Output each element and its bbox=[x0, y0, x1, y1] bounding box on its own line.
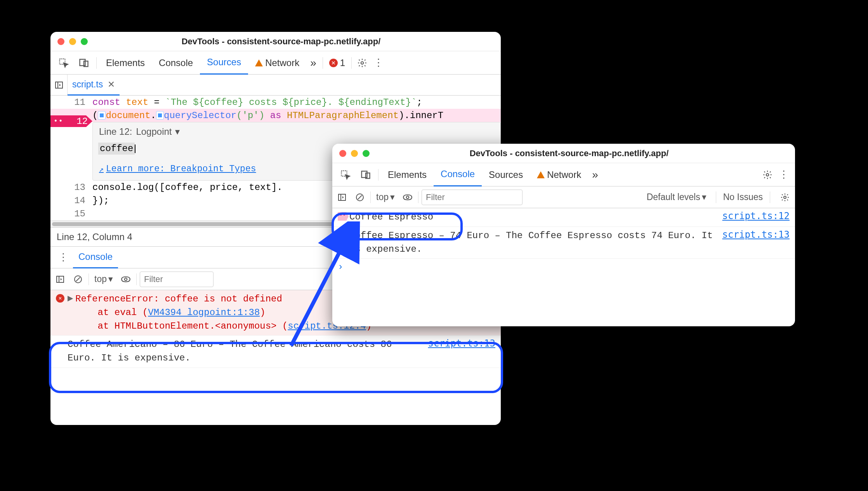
line-number[interactable]: 13 bbox=[50, 182, 92, 193]
console-log-row[interactable]: Coffee Americano – 86 Euro – The Coffee … bbox=[50, 336, 501, 368]
code-line: }); bbox=[92, 195, 109, 206]
console-prompt[interactable]: › bbox=[332, 259, 795, 275]
tab-sources[interactable]: Sources bbox=[200, 51, 248, 75]
logpoint-icon bbox=[338, 211, 349, 221]
error-icon: ✕ bbox=[56, 293, 68, 303]
device-mode-icon[interactable] bbox=[77, 56, 91, 70]
settings-icon[interactable] bbox=[759, 170, 776, 180]
tab-network[interactable]: Network bbox=[530, 163, 588, 186]
drawer-kebab-icon[interactable]: ⋮ bbox=[54, 251, 73, 263]
svg-rect-4 bbox=[56, 82, 62, 88]
chevron-down-icon: ▾ bbox=[108, 274, 113, 284]
live-expression-icon[interactable] bbox=[400, 190, 415, 205]
breakpoint-type-select[interactable]: Logpoint ▾ bbox=[136, 126, 179, 137]
cursor-position: Line 12, Column 4 bbox=[57, 232, 132, 242]
close-tab-icon[interactable]: ✕ bbox=[108, 79, 115, 90]
console-log-area: Coffee Espresso script.ts:12 Coffee Espr… bbox=[332, 208, 795, 275]
warning-icon bbox=[537, 171, 545, 178]
device-mode-icon[interactable] bbox=[359, 168, 373, 182]
levels-value: Default levels bbox=[647, 192, 700, 202]
source-link[interactable]: script.ts:12 bbox=[718, 211, 790, 221]
traffic-lights bbox=[339, 150, 370, 157]
titlebar: DevTools - consistent-source-map-pc.netl… bbox=[332, 144, 795, 163]
line-number[interactable]: 11 bbox=[50, 97, 92, 108]
tab-console[interactable]: Console bbox=[434, 163, 482, 186]
file-tab-script-ts[interactable]: script.ts ✕ bbox=[68, 75, 120, 96]
svg-point-20 bbox=[406, 196, 409, 198]
close-window-button[interactable] bbox=[57, 38, 64, 45]
issues-label[interactable]: No Issues bbox=[723, 192, 763, 202]
breakpoint-type-value: Logpoint bbox=[136, 126, 172, 137]
clear-console-icon[interactable] bbox=[71, 272, 85, 287]
code-line: (document.querySelector('p') as HTMLPara… bbox=[92, 110, 443, 121]
minimize-window-button[interactable] bbox=[69, 38, 76, 45]
clear-console-icon[interactable] bbox=[352, 190, 367, 205]
inspect-element-icon[interactable] bbox=[57, 56, 71, 70]
sidebar-toggle-icon[interactable] bbox=[335, 190, 349, 205]
log-levels-selector[interactable]: Default levels ▾ bbox=[644, 192, 709, 202]
console-settings-icon[interactable] bbox=[777, 193, 793, 202]
tabs-overflow-button[interactable]: » bbox=[306, 57, 320, 69]
sidebar-toggle-icon[interactable] bbox=[53, 272, 68, 287]
token-pill bbox=[156, 111, 164, 120]
svg-rect-16 bbox=[339, 194, 345, 200]
error-icon: ✕ bbox=[329, 59, 338, 67]
context-selector[interactable]: top ▾ bbox=[374, 192, 397, 202]
file-tab-label: script.ts bbox=[72, 79, 103, 90]
line-number[interactable]: 15 bbox=[50, 209, 92, 219]
maximize-window-button[interactable] bbox=[363, 150, 370, 157]
code-line: console.log([coffee, price, text]. bbox=[92, 182, 283, 193]
kebab-menu-icon[interactable]: ⋮ bbox=[370, 57, 387, 69]
settings-icon[interactable] bbox=[354, 58, 370, 68]
navigator-toggle-icon[interactable] bbox=[50, 75, 68, 96]
separator bbox=[323, 57, 323, 69]
token-pill bbox=[98, 111, 106, 120]
maximize-window-button[interactable] bbox=[81, 38, 88, 45]
logpoint-marker[interactable]: 12 bbox=[50, 115, 92, 127]
window-title: DevTools - consistent-source-map-pc.netl… bbox=[92, 37, 494, 47]
line-number[interactable]: 14 bbox=[50, 195, 92, 206]
tabs-overflow-button[interactable]: » bbox=[588, 169, 602, 181]
svg-point-21 bbox=[784, 196, 786, 198]
svg-line-9 bbox=[76, 277, 80, 281]
console-log-row[interactable]: Coffee Espresso – 74 Euro – The Coffee E… bbox=[332, 227, 795, 259]
chevron-down-icon: ▾ bbox=[702, 192, 707, 202]
drawer-tab-console[interactable]: Console bbox=[73, 247, 118, 268]
separator bbox=[96, 57, 97, 69]
minimize-window-button[interactable] bbox=[351, 150, 358, 157]
editor-line-label: Line 12: bbox=[99, 126, 132, 137]
tab-elements[interactable]: Elements bbox=[99, 51, 152, 75]
svg-line-22 bbox=[291, 233, 349, 346]
expand-icon[interactable]: ▶ bbox=[68, 293, 75, 304]
traffic-lights bbox=[57, 38, 88, 45]
tab-elements[interactable]: Elements bbox=[381, 163, 434, 186]
tab-network[interactable]: Network bbox=[248, 51, 306, 75]
context-value: top bbox=[376, 192, 389, 202]
source-link[interactable]: script.ts:13 bbox=[424, 338, 495, 349]
tab-sources[interactable]: Sources bbox=[482, 163, 530, 186]
titlebar: DevTools - consistent-source-map-pc.netl… bbox=[50, 32, 501, 51]
kebab-menu-icon[interactable]: ⋮ bbox=[776, 169, 792, 181]
chevron-down-icon: ▾ bbox=[175, 126, 180, 137]
inspect-element-icon[interactable] bbox=[339, 168, 352, 182]
warning-icon bbox=[255, 59, 263, 66]
svg-rect-13 bbox=[362, 171, 367, 177]
separator bbox=[351, 57, 352, 69]
stack-link[interactable]: VM4394 logpoint:1:38 bbox=[148, 307, 260, 318]
code-line: const text = `The ${coffee} costs ${pric… bbox=[92, 97, 422, 108]
file-tabs: script.ts ✕ bbox=[50, 75, 501, 96]
context-selector[interactable]: top ▾ bbox=[92, 274, 115, 284]
source-link[interactable]: script.ts:13 bbox=[718, 229, 790, 240]
filter-input[interactable] bbox=[422, 190, 523, 205]
console-logpoint-row[interactable]: Coffee Espresso script.ts:12 bbox=[332, 208, 795, 227]
live-expression-icon[interactable] bbox=[118, 272, 133, 287]
tab-network-label: Network bbox=[265, 57, 299, 68]
window-title: DevTools - consistent-source-map-pc.netl… bbox=[373, 148, 788, 158]
svg-rect-6 bbox=[57, 276, 64, 282]
tab-console[interactable]: Console bbox=[152, 51, 200, 75]
context-value: top bbox=[94, 274, 107, 284]
close-window-button[interactable] bbox=[339, 150, 346, 157]
error-count-badge[interactable]: ✕ 1 bbox=[325, 57, 349, 68]
filter-input[interactable] bbox=[140, 272, 214, 287]
logpoint-expression-value: coffee bbox=[98, 143, 135, 155]
